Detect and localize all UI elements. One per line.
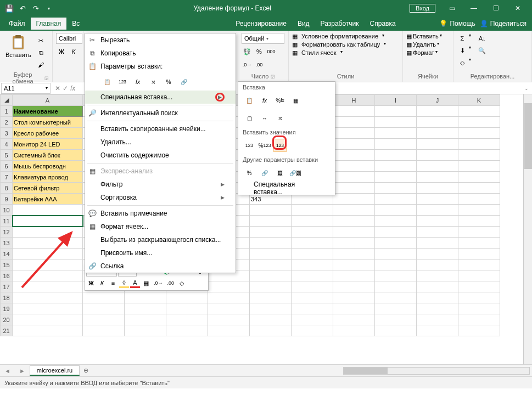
paste-formatting-icon[interactable]: %: [243, 166, 256, 179]
ctx-smart-lookup[interactable]: 🔎Интеллектуальный поиск: [85, 106, 236, 120]
paste-values-icon[interactable]: 123: [243, 139, 256, 152]
clipboard-launcher-icon[interactable]: ◲: [44, 76, 49, 81]
row-header[interactable]: 13: [1, 238, 13, 249]
fill-icon[interactable]: ⬇: [457, 45, 468, 56]
paste-values-icon[interactable]: 123: [116, 75, 129, 88]
format-painter-icon[interactable]: 🖌: [36, 59, 47, 70]
ribbon-display-icon[interactable]: ▭: [441, 1, 463, 16]
paste-all-icon[interactable]: 📋: [243, 94, 256, 107]
cell[interactable]: Монитор 24 LED: [13, 139, 83, 150]
paste-transpose-icon[interactable]: ⤭: [147, 75, 160, 88]
paste-picture-icon[interactable]: 🖼: [273, 166, 287, 179]
add-sheet-button[interactable]: ⊕: [80, 367, 92, 374]
login-button[interactable]: Вход: [410, 4, 435, 13]
currency-icon[interactable]: 💱: [242, 46, 253, 57]
col-header[interactable]: J: [417, 95, 458, 106]
vertical-scrollbar[interactable]: [523, 94, 532, 364]
row-header[interactable]: 10: [1, 205, 13, 216]
increase-decimal-icon[interactable]: .0→: [242, 59, 253, 70]
close-icon[interactable]: ✕: [507, 1, 529, 16]
clear-icon[interactable]: ◇: [457, 57, 468, 68]
row-header[interactable]: 12: [1, 227, 13, 238]
row-header[interactable]: 8: [1, 183, 13, 194]
col-header[interactable]: H: [333, 95, 375, 106]
row-header[interactable]: 5: [1, 150, 13, 161]
mini-borders-icon[interactable]: ▦: [141, 278, 151, 288]
conditional-formatting-button[interactable]: ▦ Условное форматирование ▾: [292, 33, 384, 40]
sheet-tab[interactable]: microexcel.ru: [30, 365, 80, 376]
cell[interactable]: Клавиатура провод: [13, 172, 83, 183]
cell[interactable]: Мышь беспроводн: [13, 161, 83, 172]
percent-icon[interactable]: %: [254, 46, 265, 57]
mini-italic-icon[interactable]: К: [97, 278, 107, 288]
number-format-combo[interactable]: Общий▾: [242, 33, 284, 44]
maximize-icon[interactable]: ☐: [485, 1, 507, 16]
number-launcher-icon[interactable]: ◲: [271, 74, 275, 79]
format-as-table-button[interactable]: ▦ Форматировать как таблицу ▾: [292, 41, 386, 48]
redo-icon[interactable]: ↷: [30, 2, 42, 14]
expand-formula-icon[interactable]: ⌄: [521, 86, 532, 91]
row-header[interactable]: 20: [1, 314, 13, 325]
ctx-paste-special[interactable]: Специальная вставка... ▶: [85, 91, 236, 104]
row-header[interactable]: 9: [1, 194, 13, 205]
paste-link-icon[interactable]: 🔗: [177, 75, 191, 88]
mini-clear-format-icon[interactable]: ◇: [177, 278, 187, 288]
select-all-corner[interactable]: ◢: [1, 95, 13, 106]
paste-link-icon[interactable]: 🔗: [258, 166, 271, 179]
tab-view[interactable]: Вид: [292, 18, 315, 30]
share-button[interactable]: 👤 Поделиться: [480, 20, 527, 27]
tab-developer[interactable]: Разработчик: [315, 18, 365, 30]
tab-help[interactable]: Справка: [365, 18, 401, 30]
row-header[interactable]: 2: [1, 117, 13, 128]
paste-keep-source-icon[interactable]: ▦: [289, 94, 302, 107]
copy-icon[interactable]: ⧉: [36, 47, 47, 58]
col-header[interactable]: K: [458, 95, 500, 106]
sort-filter-icon[interactable]: A↓: [477, 33, 488, 44]
mini-font-color-icon[interactable]: A: [130, 278, 140, 288]
row-header[interactable]: 21: [1, 325, 13, 336]
paste-formulas-number-icon[interactable]: %fx: [273, 94, 287, 107]
row-header[interactable]: 6: [1, 161, 13, 172]
paste-no-borders-icon[interactable]: ▢: [243, 111, 256, 125]
ctx-define-name[interactable]: Присвоить имя...: [85, 246, 236, 259]
paste-values-number-icon[interactable]: %123: [258, 139, 271, 152]
row-header[interactable]: 11: [1, 216, 13, 227]
mini-align-icon[interactable]: ≡: [108, 278, 118, 288]
cell-styles-button[interactable]: ▦ Стили ячеек ▾: [292, 49, 343, 57]
tab-home[interactable]: Главная: [31, 18, 67, 30]
row-header[interactable]: 16: [1, 270, 13, 281]
italic-button[interactable]: К: [68, 46, 79, 57]
row-header[interactable]: 17: [1, 281, 13, 292]
ctx-pick-from-list[interactable]: Выбрать из раскрывающегося списка...: [85, 233, 236, 246]
row-header[interactable]: 18: [1, 292, 13, 303]
ctx-link[interactable]: 🔗Ссылка: [85, 259, 236, 273]
ctx-sort[interactable]: Сортировка▶: [85, 191, 236, 204]
font-name-combo[interactable]: Calibri: [56, 33, 82, 44]
horizontal-scrollbar[interactable]: [92, 367, 532, 375]
cell[interactable]: Кресло рабочее: [13, 128, 83, 139]
ctx-copy[interactable]: ⧉Копировать: [85, 47, 236, 60]
row-header[interactable]: 1: [1, 106, 13, 117]
cell[interactable]: Наименование: [13, 106, 83, 117]
paste-linked-picture-icon[interactable]: 🔗🖼: [289, 166, 302, 179]
ctx-format-cells[interactable]: ▦Формат ячеек...: [85, 220, 236, 233]
paste-button[interactable]: Вставить: [3, 33, 33, 59]
paste-formulas-icon[interactable]: fx: [131, 75, 144, 88]
paste-formulas-icon[interactable]: fx: [258, 94, 271, 107]
decrease-decimal-icon[interactable]: .00: [254, 59, 265, 70]
minimize-icon[interactable]: —: [463, 1, 485, 16]
ctx-insert-comment[interactable]: 💬Вставить примечание: [85, 207, 236, 220]
comma-icon[interactable]: 000: [266, 46, 277, 57]
delete-cells-button[interactable]: ▦ Удалить ▾: [406, 41, 439, 48]
tab-review[interactable]: Рецензирование: [230, 18, 292, 30]
col-header[interactable]: I: [375, 95, 417, 106]
cancel-fx-icon[interactable]: ✕: [55, 84, 60, 92]
qat-dropdown-icon[interactable]: ▾: [43, 2, 55, 14]
submenu-paste-special[interactable]: Специальная вставка...: [238, 182, 335, 195]
undo-icon[interactable]: ↶: [16, 2, 29, 14]
row-header[interactable]: 3: [1, 128, 13, 139]
mini-decimal-inc-icon[interactable]: .0→: [152, 278, 165, 288]
enter-fx-icon[interactable]: ✓: [63, 84, 68, 92]
cell[interactable]: Сетевой фильтр: [13, 183, 83, 194]
cell[interactable]: Системный блок: [13, 150, 83, 161]
